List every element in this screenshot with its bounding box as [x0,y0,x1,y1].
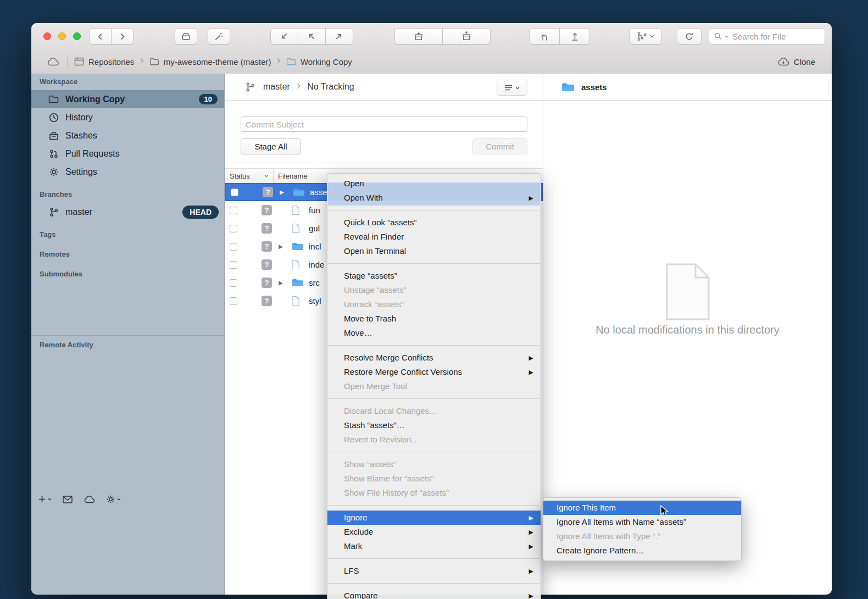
breadcrumb-repo[interactable]: my-awesome-theme (master) [149,57,271,66]
branch-button[interactable] [529,28,560,45]
column-header-status[interactable]: Status [225,172,273,180]
clone-button[interactable]: Clone [777,57,815,66]
status-badge: ? [261,296,272,306]
menu-item-show-assets: Show “assets” [327,457,541,472]
sidebar-item-working-copy[interactable]: Working Copy10 [31,90,224,108]
search-input[interactable] [731,31,820,42]
current-branch-label[interactable]: master [263,82,290,92]
gitflow-button[interactable] [629,28,662,45]
menu-item-resolve-merge-conflicts[interactable]: Resolve Merge Conflicts▶ [327,351,541,365]
search-scope-chevron-icon[interactable] [725,35,728,38]
menu-item-label: Ignore This Item [557,503,616,512]
menu-item-quick-look-assets[interactable]: Quick Look “assets” [327,215,541,230]
sidebar-branch-master[interactable]: masterHEAD [31,203,224,221]
submenu-arrow-icon: ▶ [529,525,533,539]
stash-button[interactable] [394,28,443,45]
menu-item-move-to-trash[interactable]: Move to Trash [327,312,541,326]
menu-item-open-with[interactable]: Open With▶ [327,191,541,205]
breadcrumb-repositories[interactable]: Repositories [74,57,134,66]
menu-item-create-ignore-pattern[interactable]: Create Ignore Pattern… [543,543,741,558]
pane-handle[interactable] [828,79,828,95]
row-checkbox[interactable] [230,261,237,269]
submenu-arrow-icon: ▶ [529,191,533,205]
minimize-button[interactable] [58,32,66,40]
sidebar-item-history[interactable]: History [31,108,224,126]
folder-icon [292,278,304,287]
breadcrumb-divider [67,54,68,69]
menu-item-mark[interactable]: Mark▶ [327,539,541,553]
file-search-field[interactable] [709,28,825,45]
sidebar-item-stashes[interactable]: Stashes [31,126,224,145]
row-checkbox[interactable] [230,207,237,214]
column-header-filename[interactable]: Filename [273,169,307,183]
menu-item-untrack-assets: Untrack “assets” [327,297,541,312]
unstash-button[interactable] [442,28,491,45]
disclosure-triangle[interactable]: ▶ [277,280,284,286]
disclosure-triangle[interactable]: ▶ [279,189,285,195]
sidebar-item-settings[interactable]: Settings [31,163,224,181]
actions-button[interactable] [208,28,230,45]
file-icon [292,296,304,306]
sidebar-item-pull-requests[interactable]: Pull Requests [31,145,224,163]
row-checkbox[interactable] [230,297,237,305]
cloud-account-icon[interactable] [47,58,59,66]
status-badge: ? [261,223,272,234]
view-options-button[interactable] [497,80,527,96]
menu-item-lfs[interactable]: LFS▶ [327,564,541,578]
section-branches[interactable]: Branches [40,190,224,199]
menu-item-exclude[interactable]: Exclude▶ [327,525,541,539]
zoom-button[interactable] [73,32,81,40]
file-icon [292,259,304,270]
push-button[interactable] [325,28,353,45]
menu-item-label: Mark [344,541,362,551]
row-checkbox[interactable] [230,279,237,287]
row-checkbox[interactable] [230,225,237,232]
clone-cloud-icon [777,58,789,66]
menu-item-ignore[interactable]: Ignore▶ [327,511,541,525]
forward-button[interactable] [111,28,133,45]
refresh-button[interactable] [677,28,702,45]
menu-item-reveal-in-finder[interactable]: Reveal in Finder [327,230,541,244]
menu-item-open-in-terminal[interactable]: Open in Terminal [327,244,541,258]
settings-menu-button[interactable] [106,495,121,504]
inbox-button[interactable] [63,496,73,503]
section-tags[interactable]: Tags [40,230,224,239]
back-button[interactable] [89,28,112,45]
menu-item-compare[interactable]: Compare▶ [327,589,541,599]
menu-separator [328,583,540,584]
menu-item-stage-assets[interactable]: Stage “assets” [327,269,541,283]
stage-all-button[interactable]: Stage All [241,138,301,154]
chevron-down-icon [48,498,52,501]
cloud-button[interactable] [84,496,95,503]
disclosure-triangle[interactable]: ▶ [277,243,284,249]
breadcrumb-bar: Repositories › my-awesome-theme (master)… [31,49,832,74]
menu-item-ignore-this-item[interactable]: Ignore This Item [543,501,741,515]
menu-item-open[interactable]: Open [327,176,541,191]
context-menu: OpenOpen With▶Quick Look “assets”Reveal … [327,173,541,599]
fetch-button[interactable] [298,28,326,45]
menu-item-label: Ignore All Items with Name “assets” [557,517,686,526]
merge-button[interactable] [559,28,590,45]
menu-item-stash-assets[interactable]: Stash “assets”… [327,418,541,432]
menu-item-discard-local-changes: Discard Local Changes… [327,404,541,418]
divider [225,163,543,163]
row-checkbox[interactable] [230,243,237,251]
pull-button[interactable] [270,28,298,45]
row-checkbox[interactable] [231,188,238,196]
titlebar[interactable] [31,23,832,49]
close-button[interactable] [43,32,51,40]
sidebar-divider [31,335,224,336]
submenu-arrow-icon: ▶ [529,539,533,553]
menu-item-restore-merge-conflict-versions[interactable]: Restore Merge Conflict Versions▶ [327,365,541,379]
menu-item-ignore-all-items-with-name-assets[interactable]: Ignore All Items with Name “assets” [543,515,741,529]
menu-item-move[interactable]: Move… [327,326,541,340]
chevron-down-icon [117,498,121,501]
section-submodules[interactable]: Submodules [40,269,224,279]
menu-item-label: Stage “assets” [344,271,397,280]
section-remotes[interactable]: Remotes [40,249,224,259]
branch-group [529,28,590,45]
breadcrumb-working-copy[interactable]: Working Copy [286,57,352,66]
toolbar-tray-button[interactable] [175,28,197,45]
add-button[interactable] [38,495,52,503]
commit-subject-input[interactable] [241,117,527,132]
